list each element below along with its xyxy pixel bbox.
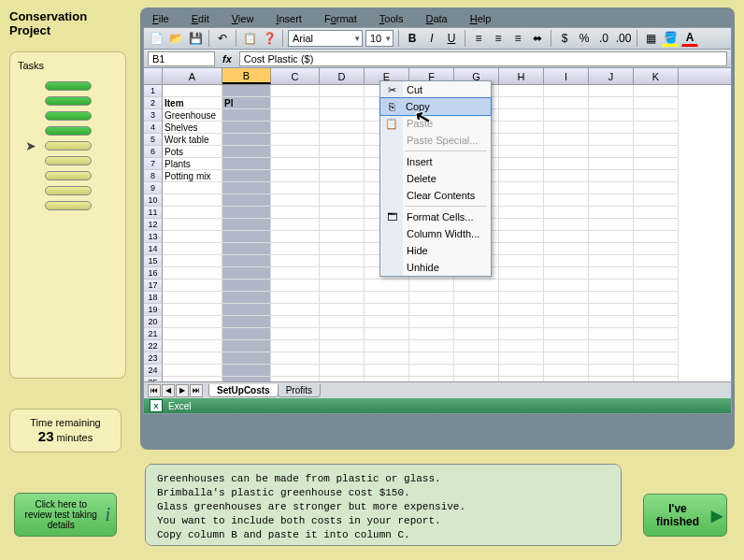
cell[interactable] [499, 158, 544, 170]
cell[interactable] [454, 352, 499, 365]
name-box[interactable]: B1 [148, 51, 215, 66]
cell[interactable] [589, 352, 634, 365]
tab-nav-next-icon[interactable]: ▶ [176, 384, 189, 397]
col-header-H[interactable]: H [499, 68, 544, 84]
cell[interactable] [409, 280, 454, 292]
row-header[interactable]: 2 [144, 97, 163, 109]
cell[interactable] [589, 207, 634, 219]
cell[interactable] [163, 207, 222, 219]
cell[interactable] [454, 280, 499, 292]
cell[interactable] [454, 292, 499, 304]
cell[interactable] [589, 97, 634, 109]
cell[interactable] [634, 365, 679, 377]
cell[interactable] [222, 352, 271, 365]
cell[interactable] [222, 109, 271, 122]
cell[interactable] [365, 316, 409, 328]
cell[interactable] [271, 122, 320, 134]
merge-icon[interactable]: ⬌ [529, 30, 546, 47]
cell[interactable] [320, 365, 365, 377]
cell[interactable] [544, 316, 589, 328]
cell[interactable] [222, 219, 271, 231]
cell[interactable] [320, 97, 365, 109]
cell[interactable] [544, 340, 589, 352]
col-header-B[interactable]: B [222, 68, 271, 84]
cell[interactable] [634, 267, 679, 280]
tab-nav-last-icon[interactable]: ⏭ [190, 384, 203, 397]
cell[interactable] [454, 316, 499, 328]
row-header[interactable]: 1 [144, 85, 163, 97]
cell[interactable] [634, 280, 679, 292]
cell[interactable] [499, 146, 544, 158]
cell[interactable] [544, 146, 589, 158]
cell[interactable] [634, 134, 679, 146]
cell[interactable] [544, 85, 589, 97]
cell[interactable] [499, 182, 544, 194]
cell[interactable]: Potting mix [163, 170, 222, 182]
cell[interactable]: Work table [163, 134, 222, 146]
cell[interactable] [634, 207, 679, 219]
finished-button[interactable]: I've finished ▶ [643, 494, 727, 537]
align-left-icon[interactable]: ≡ [470, 30, 487, 47]
cell[interactable] [365, 328, 409, 340]
cell[interactable] [271, 97, 320, 109]
cell[interactable] [222, 170, 271, 182]
ctx-format-cells[interactable]: 🗔Format Cells... [380, 208, 491, 225]
cell[interactable] [589, 340, 634, 352]
cell[interactable] [634, 85, 679, 97]
cell[interactable] [634, 194, 679, 207]
cell[interactable] [271, 182, 320, 194]
cell[interactable] [499, 109, 544, 122]
cell[interactable] [271, 352, 320, 365]
cell[interactable] [589, 158, 634, 170]
row-header[interactable]: 7 [144, 158, 163, 170]
cell[interactable] [320, 304, 365, 316]
cell[interactable] [163, 255, 222, 267]
cell[interactable] [454, 340, 499, 352]
cell[interactable]: Plants [163, 158, 222, 170]
cell[interactable] [634, 340, 679, 352]
cell[interactable] [320, 316, 365, 328]
cell[interactable] [320, 182, 365, 194]
font-name-combo[interactable]: Arial [288, 30, 363, 47]
cell[interactable] [271, 170, 320, 182]
cell[interactable] [320, 340, 365, 352]
cell[interactable] [271, 280, 320, 292]
cell[interactable] [589, 219, 634, 231]
font-size-combo[interactable]: 10 [365, 30, 393, 47]
cell[interactable] [499, 255, 544, 267]
menu-edit[interactable]: Edit [192, 13, 209, 24]
cell[interactable] [163, 316, 222, 328]
col-header-I[interactable]: I [544, 68, 589, 84]
cell[interactable] [163, 280, 222, 292]
tab-nav-prev-icon[interactable]: ◀ [162, 384, 175, 397]
cell[interactable] [589, 255, 634, 267]
cell[interactable] [589, 122, 634, 134]
ctx-copy[interactable]: ⎘Copy [379, 97, 492, 116]
cell[interactable] [589, 243, 634, 255]
cell[interactable] [544, 255, 589, 267]
cell[interactable] [499, 280, 544, 292]
row-header[interactable]: 16 [144, 267, 163, 280]
cell[interactable] [589, 85, 634, 97]
cell[interactable] [544, 170, 589, 182]
cell[interactable] [499, 365, 544, 377]
row-header[interactable]: 4 [144, 122, 163, 134]
cell[interactable] [634, 231, 679, 243]
save-icon[interactable]: 💾 [187, 30, 204, 47]
cell[interactable] [222, 134, 271, 146]
cell[interactable] [589, 109, 634, 122]
menu-format[interactable]: Format [324, 13, 357, 24]
menu-tools[interactable]: Tools [379, 13, 404, 24]
cell[interactable] [634, 255, 679, 267]
menu-file[interactable]: File [152, 13, 169, 24]
align-center-icon[interactable]: ≡ [490, 30, 507, 47]
cell[interactable] [320, 231, 365, 243]
cell[interactable] [271, 207, 320, 219]
cell[interactable] [271, 158, 320, 170]
cell[interactable] [409, 292, 454, 304]
ctx-delete[interactable]: Delete [380, 170, 491, 187]
cell[interactable] [163, 182, 222, 194]
cell[interactable] [222, 340, 271, 352]
menu-data[interactable]: Data [425, 13, 447, 24]
cell[interactable]: Greenhouse [163, 109, 222, 122]
